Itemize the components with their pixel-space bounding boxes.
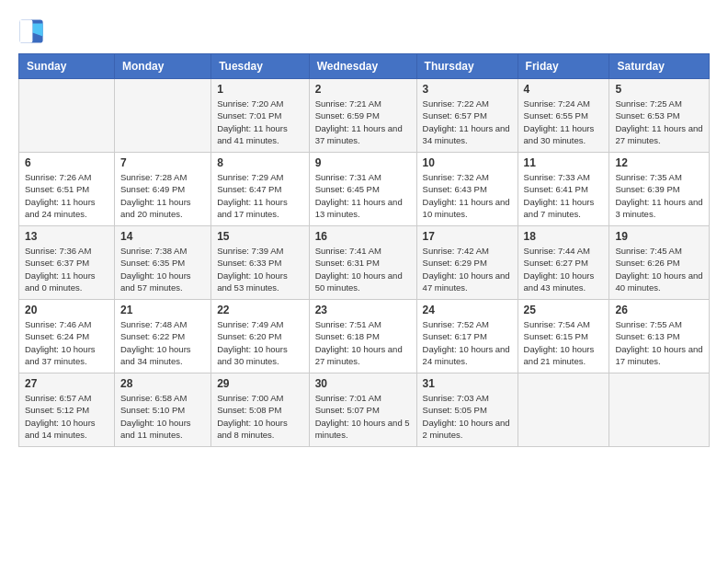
day-number: 16 (315, 230, 411, 243)
cell-content: Sunrise: 7:03 AMSunset: 5:05 PMDaylight:… (423, 392, 512, 441)
calendar-cell: 21Sunrise: 7:48 AMSunset: 6:22 PMDayligh… (115, 300, 211, 373)
cell-content: Sunrise: 7:35 AMSunset: 6:39 PMDaylight:… (615, 171, 703, 220)
calendar-cell: 26Sunrise: 7:55 AMSunset: 6:13 PMDayligh… (609, 300, 710, 373)
calendar-cell: 23Sunrise: 7:51 AMSunset: 6:18 PMDayligh… (309, 300, 416, 373)
cell-content: Sunrise: 7:26 AMSunset: 6:51 PMDaylight:… (25, 171, 108, 220)
cell-content: Sunrise: 7:46 AMSunset: 6:24 PMDaylight:… (25, 318, 108, 367)
day-number: 5 (615, 83, 703, 96)
calendar-table: SundayMondayTuesdayWednesdayThursdayFrid… (18, 53, 710, 447)
day-number: 24 (423, 304, 512, 316)
cell-content: Sunrise: 7:25 AMSunset: 6:53 PMDaylight:… (615, 98, 703, 146)
calendar-cell: 2Sunrise: 7:21 AMSunset: 6:59 PMDaylight… (309, 79, 416, 153)
logo (18, 18, 48, 44)
calendar-cell: 8Sunrise: 7:29 AMSunset: 6:47 PMDaylight… (211, 153, 310, 226)
day-number: 25 (524, 304, 604, 316)
day-number: 3 (423, 83, 512, 96)
day-number: 9 (315, 156, 411, 169)
day-number: 22 (217, 304, 303, 316)
header-day-thursday: Thursday (416, 54, 518, 79)
day-number: 23 (315, 304, 411, 316)
calendar-cell (115, 79, 211, 153)
calendar-cell: 30Sunrise: 7:01 AMSunset: 5:07 PMDayligh… (309, 373, 416, 447)
cell-content: Sunrise: 7:45 AMSunset: 6:26 PMDaylight:… (615, 245, 703, 293)
cell-content: Sunrise: 7:44 AMSunset: 6:27 PMDaylight:… (524, 245, 604, 293)
day-number: 7 (120, 156, 205, 169)
header-day-tuesday: Tuesday (211, 54, 310, 79)
calendar-cell: 16Sunrise: 7:41 AMSunset: 6:31 PMDayligh… (309, 226, 416, 300)
calendar-cell (19, 79, 115, 153)
calendar-body: 1Sunrise: 7:20 AMSunset: 7:01 PMDaylight… (19, 79, 710, 447)
day-number: 20 (25, 304, 108, 316)
week-row-1: 1Sunrise: 7:20 AMSunset: 7:01 PMDaylight… (19, 79, 710, 153)
cell-content: Sunrise: 6:58 AMSunset: 5:10 PMDaylight:… (120, 392, 205, 441)
calendar-cell: 4Sunrise: 7:24 AMSunset: 6:55 PMDaylight… (518, 79, 609, 153)
calendar-cell: 6Sunrise: 7:26 AMSunset: 6:51 PMDaylight… (19, 153, 115, 226)
calendar-cell: 27Sunrise: 6:57 AMSunset: 5:12 PMDayligh… (19, 373, 115, 447)
calendar-cell: 22Sunrise: 7:49 AMSunset: 6:20 PMDayligh… (211, 300, 310, 373)
cell-content: Sunrise: 7:49 AMSunset: 6:20 PMDaylight:… (217, 318, 303, 367)
day-number: 1 (217, 83, 303, 96)
day-number: 27 (25, 377, 108, 390)
day-number: 17 (423, 230, 512, 243)
header-day-sunday: Sunday (19, 54, 115, 79)
day-number: 6 (25, 156, 108, 169)
day-number: 15 (217, 230, 303, 243)
week-row-3: 13Sunrise: 7:36 AMSunset: 6:37 PMDayligh… (19, 226, 710, 300)
calendar-cell: 31Sunrise: 7:03 AMSunset: 5:05 PMDayligh… (416, 373, 518, 447)
week-row-4: 20Sunrise: 7:46 AMSunset: 6:24 PMDayligh… (19, 300, 710, 373)
cell-content: Sunrise: 7:55 AMSunset: 6:13 PMDaylight:… (615, 318, 703, 367)
day-number: 28 (120, 377, 205, 390)
cell-content: Sunrise: 7:51 AMSunset: 6:18 PMDaylight:… (315, 318, 411, 367)
day-number: 31 (423, 377, 512, 390)
week-row-2: 6Sunrise: 7:26 AMSunset: 6:51 PMDaylight… (19, 153, 710, 226)
cell-content: Sunrise: 7:29 AMSunset: 6:47 PMDaylight:… (217, 171, 303, 220)
cell-content: Sunrise: 7:39 AMSunset: 6:33 PMDaylight:… (217, 245, 303, 293)
calendar-cell: 1Sunrise: 7:20 AMSunset: 7:01 PMDaylight… (211, 79, 310, 153)
cell-content: Sunrise: 7:00 AMSunset: 5:08 PMDaylight:… (217, 392, 303, 441)
day-number: 14 (120, 230, 205, 243)
calendar-cell: 12Sunrise: 7:35 AMSunset: 6:39 PMDayligh… (609, 153, 710, 226)
cell-content: Sunrise: 7:33 AMSunset: 6:41 PMDaylight:… (524, 171, 604, 220)
calendar-cell: 10Sunrise: 7:32 AMSunset: 6:43 PMDayligh… (416, 153, 518, 226)
cell-content: Sunrise: 7:22 AMSunset: 6:57 PMDaylight:… (423, 98, 512, 146)
calendar-cell (609, 373, 710, 447)
cell-content: Sunrise: 7:38 AMSunset: 6:35 PMDaylight:… (120, 245, 205, 293)
cell-content: Sunrise: 7:48 AMSunset: 6:22 PMDaylight:… (120, 318, 205, 367)
calendar-cell: 15Sunrise: 7:39 AMSunset: 6:33 PMDayligh… (211, 226, 310, 300)
day-number: 4 (524, 83, 604, 96)
day-number: 19 (615, 230, 703, 243)
cell-content: Sunrise: 7:41 AMSunset: 6:31 PMDaylight:… (315, 245, 411, 293)
calendar-cell: 7Sunrise: 7:28 AMSunset: 6:49 PMDaylight… (115, 153, 211, 226)
day-number: 8 (217, 156, 303, 169)
calendar-cell: 17Sunrise: 7:42 AMSunset: 6:29 PMDayligh… (416, 226, 518, 300)
day-number: 21 (120, 304, 205, 316)
svg-rect-2 (19, 19, 32, 42)
calendar-cell: 28Sunrise: 6:58 AMSunset: 5:10 PMDayligh… (115, 373, 211, 447)
header-row: SundayMondayTuesdayWednesdayThursdayFrid… (19, 54, 710, 79)
calendar-cell: 13Sunrise: 7:36 AMSunset: 6:37 PMDayligh… (19, 226, 115, 300)
cell-content: Sunrise: 7:21 AMSunset: 6:59 PMDaylight:… (315, 98, 411, 146)
header-day-saturday: Saturday (609, 54, 710, 79)
cell-content: Sunrise: 7:24 AMSunset: 6:55 PMDaylight:… (524, 98, 604, 146)
week-row-5: 27Sunrise: 6:57 AMSunset: 5:12 PMDayligh… (19, 373, 710, 447)
cell-content: Sunrise: 7:54 AMSunset: 6:15 PMDaylight:… (524, 318, 604, 367)
calendar-cell: 3Sunrise: 7:22 AMSunset: 6:57 PMDaylight… (416, 79, 518, 153)
day-number: 29 (217, 377, 303, 390)
calendar-cell: 29Sunrise: 7:00 AMSunset: 5:08 PMDayligh… (211, 373, 310, 447)
day-number: 18 (524, 230, 604, 243)
day-number: 11 (524, 156, 604, 169)
cell-content: Sunrise: 7:28 AMSunset: 6:49 PMDaylight:… (120, 171, 205, 220)
header-day-friday: Friday (518, 54, 609, 79)
cell-content: Sunrise: 7:52 AMSunset: 6:17 PMDaylight:… (423, 318, 512, 367)
calendar-cell: 19Sunrise: 7:45 AMSunset: 6:26 PMDayligh… (609, 226, 710, 300)
day-number: 13 (25, 230, 108, 243)
calendar-cell: 5Sunrise: 7:25 AMSunset: 6:53 PMDaylight… (609, 79, 710, 153)
page-header (18, 18, 710, 44)
cell-content: Sunrise: 7:32 AMSunset: 6:43 PMDaylight:… (423, 171, 512, 220)
cell-content: Sunrise: 7:01 AMSunset: 5:07 PMDaylight:… (315, 392, 411, 441)
header-day-monday: Monday (115, 54, 211, 79)
logo-icon (18, 18, 44, 44)
calendar-cell: 18Sunrise: 7:44 AMSunset: 6:27 PMDayligh… (518, 226, 609, 300)
calendar-cell: 9Sunrise: 7:31 AMSunset: 6:45 PMDaylight… (309, 153, 416, 226)
day-number: 12 (615, 156, 703, 169)
